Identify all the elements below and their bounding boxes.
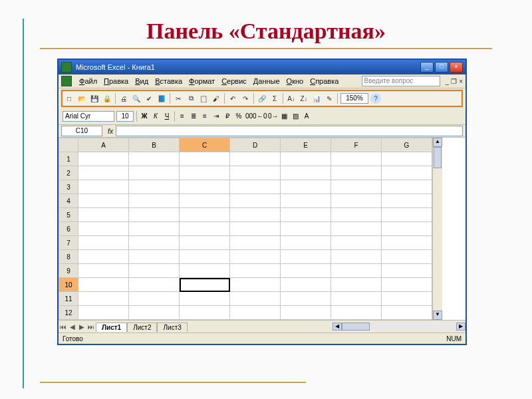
menu-файл[interactable]: Файл	[76, 76, 100, 86]
doc-minimize-button[interactable]: _	[446, 78, 450, 85]
cell-D3[interactable]	[230, 180, 281, 194]
cell-G1[interactable]	[382, 152, 432, 166]
undo-button[interactable]: ↶	[227, 93, 238, 104]
cell-F7[interactable]	[331, 236, 382, 250]
menu-вставка[interactable]: Вставка	[152, 76, 186, 86]
tab-nav-last-icon[interactable]: ⏭	[86, 323, 96, 331]
redo-button[interactable]: ↷	[240, 93, 251, 104]
dec-dec-button[interactable]: 0→	[268, 112, 277, 121]
row-header-10[interactable]: 10	[59, 278, 78, 292]
vertical-scrollbar[interactable]: ▲ ▼	[432, 138, 442, 320]
horizontal-scrollbar[interactable]: ◀ ▶	[332, 323, 466, 331]
column-header-B[interactable]: B	[129, 138, 180, 152]
sort-desc-button[interactable]: Z↓	[299, 93, 309, 104]
permission-button[interactable]: 🔒	[102, 93, 112, 104]
column-header-D[interactable]: D	[230, 138, 281, 152]
cell-D5[interactable]	[230, 208, 281, 222]
menu-данные[interactable]: Данные	[250, 76, 283, 86]
cell-B1[interactable]	[129, 152, 180, 166]
cell-B3[interactable]	[129, 180, 180, 194]
cell-E9[interactable]	[281, 264, 331, 278]
cell-A4[interactable]	[78, 194, 129, 208]
cell-G12[interactable]	[382, 306, 432, 320]
cell-E12[interactable]	[281, 306, 331, 320]
row-header-3[interactable]: 3	[59, 180, 78, 194]
comma-button[interactable]: 000	[245, 112, 255, 121]
cell-G5[interactable]	[382, 208, 432, 222]
inc-dec-button[interactable]: ←0	[257, 112, 266, 121]
cell-C12[interactable]	[180, 306, 230, 320]
print-preview-button[interactable]: 🔍	[131, 93, 142, 104]
cell-D10[interactable]	[230, 278, 281, 292]
fill-button[interactable]: ▨	[291, 112, 300, 121]
cell-C2[interactable]	[180, 166, 230, 180]
cell-F11[interactable]	[331, 292, 382, 306]
cell-F4[interactable]	[331, 194, 382, 208]
cell-G3[interactable]	[382, 180, 432, 194]
cell-B4[interactable]	[129, 194, 180, 208]
cell-G11[interactable]	[382, 292, 432, 306]
cell-E2[interactable]	[281, 166, 331, 180]
currency-button[interactable]: ₽	[223, 112, 232, 121]
cell-F2[interactable]	[331, 166, 382, 180]
tab-nav-next-icon[interactable]: ▶	[77, 323, 86, 331]
vscroll-thumb[interactable]	[434, 147, 442, 168]
cell-A7[interactable]	[78, 236, 129, 250]
row-header-7[interactable]: 7	[59, 236, 78, 250]
menu-вид[interactable]: Вид	[132, 76, 152, 86]
cell-C5[interactable]	[180, 208, 230, 222]
merge-button[interactable]: ⇥	[211, 112, 221, 121]
cell-C4[interactable]	[180, 194, 230, 208]
scroll-up-icon[interactable]: ▲	[433, 138, 442, 147]
doc-close-button[interactable]: ×	[459, 78, 463, 85]
font-size-selector[interactable]: 10	[116, 111, 134, 122]
column-header-A[interactable]: A	[78, 138, 129, 152]
close-button[interactable]: ×	[450, 62, 463, 72]
menu-сервис[interactable]: Сервис	[218, 76, 250, 86]
cell-G10[interactable]	[382, 278, 432, 292]
cell-E5[interactable]	[281, 208, 331, 222]
cell-B6[interactable]	[129, 222, 180, 236]
cell-B7[interactable]	[129, 236, 180, 250]
column-header-G[interactable]: G	[382, 138, 432, 152]
row-header-11[interactable]: 11	[59, 292, 78, 306]
menu-формат[interactable]: Формат	[186, 76, 218, 86]
cell-A11[interactable]	[78, 292, 129, 306]
cell-D6[interactable]	[230, 222, 281, 236]
column-header-C[interactable]: C	[180, 138, 230, 152]
cell-B8[interactable]	[129, 250, 180, 264]
cell-E6[interactable]	[281, 222, 331, 236]
cell-D7[interactable]	[230, 236, 281, 250]
drawing-button[interactable]: ✎	[324, 93, 334, 104]
cell-G4[interactable]	[382, 194, 432, 208]
cell-C9[interactable]	[180, 264, 230, 278]
cell-C6[interactable]	[180, 222, 230, 236]
cell-B10[interactable]	[129, 278, 180, 292]
cell-C7[interactable]	[180, 236, 230, 250]
cell-D4[interactable]	[230, 194, 281, 208]
cell-B12[interactable]	[129, 306, 180, 320]
cell-F5[interactable]	[331, 208, 382, 222]
sheet-tab-Лист1[interactable]: Лист1	[96, 323, 127, 332]
cell-A5[interactable]	[78, 208, 129, 222]
format-painter-button[interactable]: 🖌	[211, 93, 221, 104]
row-header-4[interactable]: 4	[59, 194, 78, 208]
cell-F12[interactable]	[331, 306, 382, 320]
cell-F9[interactable]	[331, 264, 382, 278]
minimize-button[interactable]: _	[420, 62, 434, 72]
cell-G6[interactable]	[382, 222, 432, 236]
cell-D11[interactable]	[230, 292, 281, 306]
print-button[interactable]: 🖨	[118, 93, 129, 104]
cell-G9[interactable]	[382, 264, 432, 278]
cell-B2[interactable]	[129, 166, 180, 180]
cell-F10[interactable]	[331, 278, 382, 292]
copy-button[interactable]: ⧉	[186, 93, 196, 104]
hyperlink-button[interactable]: 🔗	[257, 93, 267, 104]
cell-E1[interactable]	[281, 152, 331, 166]
cell-E3[interactable]	[281, 180, 331, 194]
cell-A3[interactable]	[78, 180, 129, 194]
cell-C11[interactable]	[180, 292, 230, 306]
cell-A1[interactable]	[78, 152, 129, 166]
cell-D2[interactable]	[230, 166, 281, 180]
paste-button[interactable]: 📋	[198, 93, 209, 104]
